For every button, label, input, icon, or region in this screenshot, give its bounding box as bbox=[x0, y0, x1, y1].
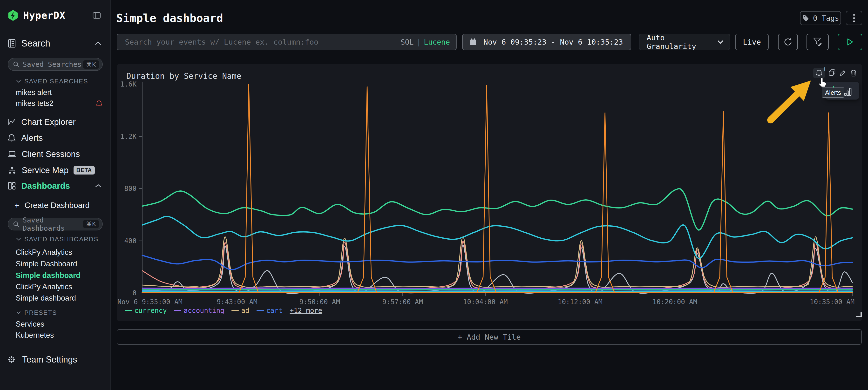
refresh-button[interactable] bbox=[778, 34, 798, 50]
section-header-label: SAVED DASHBOARDS bbox=[24, 235, 98, 243]
team-settings-label: Team Settings bbox=[22, 355, 77, 365]
sidebar-item-label: Client Sessions bbox=[22, 149, 80, 159]
granularity-select[interactable]: Auto Granularity bbox=[639, 34, 730, 50]
saved-dashboard-label: ClickPy Analytics bbox=[16, 283, 72, 291]
legend-item[interactable]: currency bbox=[125, 306, 167, 315]
saved-search-label: mikes alert bbox=[16, 88, 52, 97]
saved-dashboard-label: ClickPy Analytics bbox=[16, 248, 72, 257]
chart-line-icon bbox=[8, 118, 16, 126]
sidebar-item-label: Service Map bbox=[22, 165, 69, 175]
legend-item[interactable]: cart bbox=[256, 306, 282, 315]
input-placeholder: Saved Searches bbox=[23, 60, 82, 68]
alerts-menu-item[interactable]: Alerts bbox=[822, 88, 844, 98]
event-search-input[interactable]: Search your events w/ Lucene ex. column:… bbox=[117, 34, 457, 50]
kebab-menu-button[interactable] bbox=[846, 11, 862, 25]
saved-dashboard-label: Simple dashboard bbox=[16, 294, 76, 302]
play-icon bbox=[847, 38, 854, 46]
search-icon bbox=[13, 61, 19, 67]
divider bbox=[0, 51, 111, 51]
shortcut-badge: ⌘K bbox=[83, 60, 99, 69]
saved-dashboard-label: Simple Dashboard bbox=[16, 260, 77, 268]
sidebar-item-alerts[interactable]: Alerts bbox=[0, 132, 111, 144]
legend-item[interactable]: accounting bbox=[174, 306, 224, 315]
tags-count-label: 0 Tags bbox=[813, 14, 839, 23]
time-range-value: Nov 6 09:35:23 - Nov 6 10:35:23 bbox=[484, 38, 623, 46]
shortcut-badge: ⌘K bbox=[83, 220, 99, 228]
bell-icon bbox=[8, 134, 16, 142]
logo-row[interactable]: HyperDX bbox=[0, 10, 111, 21]
sidebar-collapse-icon[interactable] bbox=[93, 12, 101, 19]
filter-edit-icon bbox=[813, 37, 823, 47]
tags-button[interactable]: 0 Tags bbox=[800, 11, 841, 25]
legend-item[interactable]: ad bbox=[231, 306, 249, 315]
live-button[interactable]: Live bbox=[735, 34, 769, 50]
add-new-tile-label: + Add New Tile bbox=[458, 333, 521, 341]
sidebar-item-label: Alerts bbox=[21, 133, 43, 143]
bar-chart-icon bbox=[844, 88, 852, 96]
legend-label: currency bbox=[134, 306, 167, 315]
bell-plus-icon bbox=[816, 69, 823, 77]
sidebar-item-chart-explorer[interactable]: Chart Explorer bbox=[0, 116, 111, 128]
saved-dashboard-item-active[interactable]: Simple dashboard bbox=[0, 270, 111, 281]
presets-header[interactable]: PRESETS bbox=[0, 307, 111, 318]
sidebar: HyperDX Search Saved Searches ⌘K bbox=[0, 0, 111, 390]
hyperdx-app: HyperDX Search Saved Searches ⌘K bbox=[0, 0, 868, 390]
legend-label: accounting bbox=[184, 306, 224, 315]
create-dashboard-button[interactable]: + Create Dashboard bbox=[0, 200, 111, 211]
calendar-icon bbox=[469, 38, 477, 46]
run-query-button[interactable] bbox=[838, 34, 862, 50]
sidebar-item-label: Chart Explorer bbox=[21, 117, 76, 127]
saved-dashboard-item[interactable]: ClickPy Analytics bbox=[0, 281, 111, 293]
saved-dashboard-item[interactable]: ClickPy Analytics bbox=[0, 247, 111, 258]
lucene-toggle[interactable]: Lucene bbox=[424, 38, 450, 46]
dashboards-icon bbox=[8, 182, 16, 190]
beta-badge: BETA bbox=[73, 166, 95, 174]
section-header-label: SAVED SEARCHES bbox=[24, 77, 88, 85]
team-settings-button[interactable]: Team Settings bbox=[0, 354, 111, 365]
edit-pencil-icon[interactable] bbox=[839, 69, 846, 76]
chevron-up-icon bbox=[95, 184, 101, 188]
legend-label: ad bbox=[241, 306, 249, 315]
sidebar-item-service-map[interactable]: Service Map BETA bbox=[0, 164, 111, 176]
duplicate-icon[interactable] bbox=[829, 69, 836, 76]
create-dashboard-label: Create Dashboard bbox=[25, 201, 90, 210]
saved-searches-input[interactable]: Saved Searches ⌘K bbox=[8, 58, 103, 71]
hyperdx-logo-icon bbox=[7, 10, 19, 21]
tile-resize-handle[interactable] bbox=[856, 313, 862, 317]
live-label: Live bbox=[743, 38, 761, 46]
legend-more-link[interactable]: +12 more bbox=[290, 306, 322, 315]
section-header-label: PRESETS bbox=[24, 309, 57, 317]
sidebar-item-dashboards[interactable]: Dashboards bbox=[0, 180, 111, 192]
gear-icon bbox=[7, 355, 16, 364]
granularity-value: Auto Granularity bbox=[647, 33, 717, 51]
chevron-down-icon bbox=[16, 80, 21, 83]
refresh-icon bbox=[783, 37, 793, 47]
sql-toggle[interactable]: SQL bbox=[401, 38, 413, 46]
preset-item[interactable]: Services bbox=[0, 318, 111, 330]
kebab-icon bbox=[853, 14, 855, 23]
laptop-icon bbox=[8, 150, 17, 158]
saved-dashboards-input[interactable]: Saved Dashboards ⌘K bbox=[8, 218, 103, 230]
dashboard-tile[interactable] bbox=[117, 64, 862, 321]
preset-label: Kubernetes bbox=[16, 331, 54, 339]
sidebar-item-search[interactable]: Search bbox=[0, 38, 111, 49]
saved-dashboards-header[interactable]: SAVED DASHBOARDS bbox=[0, 233, 111, 245]
delete-trash-icon[interactable] bbox=[850, 69, 857, 76]
saved-searches-header[interactable]: SAVED SEARCHES bbox=[0, 75, 111, 87]
saved-dashboard-item[interactable]: Simple Dashboard bbox=[0, 258, 111, 270]
sidebar-item-client-sessions[interactable]: Client Sessions bbox=[0, 148, 111, 160]
preset-item[interactable]: Kubernetes bbox=[0, 329, 111, 341]
saved-dashboard-item[interactable]: Simple dashboard bbox=[0, 292, 111, 304]
sidebar-item-label: Dashboards bbox=[21, 181, 70, 191]
legend-dash bbox=[231, 310, 239, 311]
input-placeholder: Saved Dashboards bbox=[23, 216, 83, 232]
alerts-label: Alerts bbox=[825, 89, 841, 96]
add-new-tile-button[interactable]: + Add New Tile bbox=[117, 329, 862, 345]
divider bbox=[0, 194, 111, 194]
saved-search-item[interactable]: mikes tets2 bbox=[0, 98, 111, 109]
saved-search-item[interactable]: mikes alert bbox=[0, 87, 111, 98]
time-range-picker[interactable]: Nov 6 09:35:23 - Nov 6 10:35:23 bbox=[462, 34, 631, 50]
preset-label: Services bbox=[16, 320, 44, 328]
app-title: HyperDX bbox=[23, 10, 66, 21]
filter-button[interactable] bbox=[807, 34, 829, 50]
